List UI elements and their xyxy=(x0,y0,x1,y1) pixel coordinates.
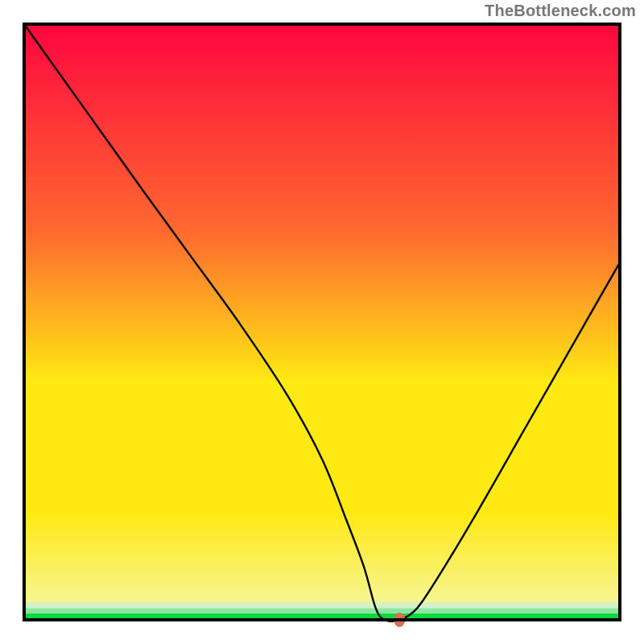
bottleneck-chart: TheBottleneck.com xyxy=(0,0,644,644)
chart-canvas xyxy=(0,0,644,644)
plot-area xyxy=(24,24,620,627)
gradient-background xyxy=(24,24,620,620)
watermark-label: TheBottleneck.com xyxy=(485,2,636,20)
